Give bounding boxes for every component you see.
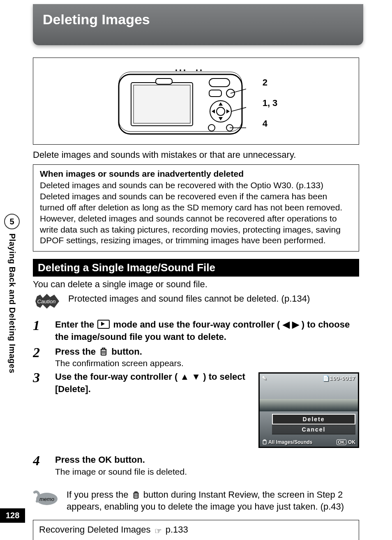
xref-box: Recovering Deleted Images ☞ p.133: [33, 520, 359, 540]
device-diagram-box: 2 1, 3 4: [33, 58, 359, 145]
lcd-option-delete: Delete: [272, 414, 355, 425]
chapter-number-badge: 5: [4, 214, 20, 229]
svg-point-15: [175, 69, 177, 71]
step-3-text-a: Use the four-way controller (: [55, 372, 178, 382]
svg-point-18: [196, 69, 198, 71]
trash-icon: [262, 439, 267, 445]
camera-back-illustration: [115, 66, 246, 140]
diagram-callout-labels: 2 1, 3 4: [263, 77, 278, 129]
step-2-text-a: Press the: [55, 346, 98, 357]
manual-page: 5 Playing Back and Deleting Images Delet…: [0, 0, 392, 540]
hand-pointer-icon: ☞: [154, 526, 162, 536]
svg-rect-5: [209, 78, 230, 87]
chapter-title: Playing Back and Deleting Images: [7, 233, 17, 374]
lcd-bottom-ok: OKOK: [337, 439, 356, 445]
svg-point-19: [200, 69, 202, 71]
step-4-title: Press the OK button.: [55, 454, 359, 466]
step-number: 2: [33, 346, 46, 360]
section-heading: Deleting a Single Image/Sound File: [33, 259, 359, 277]
lcd-delete-menu: Delete Cancel: [272, 414, 355, 434]
up-down-arrows-icon: ▲ ▼: [180, 372, 201, 382]
svg-point-10: [208, 125, 215, 131]
caution-icon: Caution: [33, 293, 60, 309]
steps-list: 1 Enter the mode and use the four-way co…: [33, 318, 359, 477]
recovery-note-heading: When images or sounds are inadvertently …: [40, 169, 352, 179]
memo-text-a: If you press the: [67, 489, 131, 500]
intro-text: Delete images and sounds with mistakes o…: [33, 150, 359, 160]
section-intro: You can delete a single image or sound f…: [33, 279, 359, 290]
svg-rect-3: [134, 85, 190, 123]
svg-text:Caution: Caution: [37, 298, 56, 305]
step-number: 1: [33, 318, 46, 332]
step-2-sub: The confirmation screen appears.: [55, 358, 359, 368]
svg-rect-26: [263, 441, 266, 444]
left-right-arrows-icon: ◀ ▶: [283, 319, 299, 330]
step-4-text-a: Press the: [55, 455, 98, 465]
chapter-sidebar: 5 Playing Back and Deleting Images: [0, 214, 24, 374]
caution-row: Caution Protected images and sound files…: [33, 293, 359, 309]
page-title: Deleting Images: [43, 12, 353, 28]
memo-row: memo If you press the button during Inst…: [33, 489, 359, 512]
svg-point-16: [180, 69, 181, 71]
ok-button-label: OK: [98, 455, 112, 465]
step-number: 3: [33, 371, 46, 385]
step-4: 4 Press the OK button. The image or soun…: [33, 454, 359, 477]
step-2-text-b: button.: [111, 346, 142, 357]
svg-rect-4: [156, 78, 172, 84]
step-4-sub: The image or sound file is deleted.: [55, 467, 359, 477]
recovery-note-body: Deleted images and sounds can be recover…: [40, 180, 352, 246]
svg-point-17: [184, 69, 185, 71]
page-number: 128: [0, 508, 25, 523]
step-1-title: Enter the mode and use the four-way cont…: [55, 318, 359, 343]
playback-mode-icon: [97, 320, 110, 329]
lcd-bottom-left: All Images/Sounds: [262, 439, 312, 445]
page-content: 2 1, 3 4 Delete images and sounds with m…: [33, 58, 359, 507]
trash-icon: [133, 491, 139, 499]
step-3: 3 ✎ 📄100-0017 Delete: [33, 371, 359, 451]
lcd-option-cancel: Cancel: [272, 425, 355, 434]
callout-2: 2: [263, 77, 278, 88]
step-2: 2 Press the button.: [33, 346, 359, 369]
file-number: 📄100-0017: [323, 375, 355, 381]
svg-text:memo: memo: [39, 496, 54, 502]
step-1-text-a: Enter the: [55, 319, 97, 330]
caution-text: Protected images and sound files cannot …: [68, 293, 310, 305]
page-title-banner: Deleting Images: [33, 4, 363, 45]
xref-text: Recovering Deleted Images: [39, 524, 153, 535]
edit-icon: ✎: [262, 375, 267, 381]
step-1: 1 Enter the mode and use the four-way co…: [33, 318, 359, 343]
step-1-text-b: mode and use the four-way controller (: [113, 319, 280, 330]
step-2-title: Press the button.: [55, 346, 359, 358]
lcd-scene: [260, 399, 358, 411]
step-number: 4: [33, 454, 46, 468]
svg-point-9: [217, 107, 225, 115]
callout-4: 4: [263, 118, 278, 129]
device-diagram-row: 2 1, 3 4: [37, 66, 355, 140]
memo-text: If you press the button during Instant R…: [67, 489, 359, 512]
lcd-confirmation-screenshot: ✎ 📄100-0017 Delete Cancel: [258, 372, 359, 448]
recovery-note-box: When images or sounds are inadvertently …: [33, 164, 359, 252]
xref-page: p.133: [166, 524, 188, 535]
callout-1-3: 1, 3: [263, 98, 278, 108]
step-4-text-b: button.: [114, 455, 145, 465]
trash-icon: [100, 347, 107, 356]
memo-icon: memo: [33, 489, 58, 507]
svg-rect-6: [209, 90, 221, 97]
